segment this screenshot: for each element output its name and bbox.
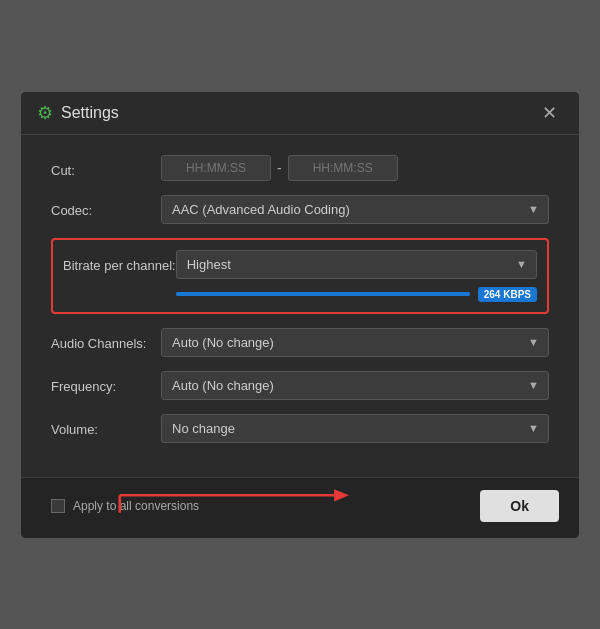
bitrate-label: Bitrate per channel: <box>63 250 176 275</box>
bitrate-dropdown-wrapper: Highest ▼ <box>176 250 537 279</box>
bitrate-slider-fill <box>176 292 470 296</box>
volume-dropdown-wrapper: No change ▼ <box>161 414 549 443</box>
bitrate-slider-row: 264 KBPS <box>176 287 537 302</box>
cut-inputs: - <box>161 155 549 181</box>
footer: Apply to all conversions Ok <box>21 477 579 538</box>
bitrate-control-area: Highest ▼ 264 KBPS <box>176 250 537 302</box>
frequency-label: Frequency: <box>51 371 161 396</box>
codec-control-area: AAC (Advanced Audio Coding) ▼ <box>161 195 549 224</box>
settings-dialog: ⚙ Settings ✕ Cut: - Codec: AAC (A <box>20 91 580 539</box>
volume-control-area: No change ▼ <box>161 414 549 443</box>
codec-select[interactable]: AAC (Advanced Audio Coding) <box>161 195 549 224</box>
frequency-row: Frequency: Auto (No change) ▼ <box>51 371 549 400</box>
audio-channels-label: Audio Channels: <box>51 328 161 353</box>
cut-control-area: - <box>161 155 549 181</box>
apply-checkbox[interactable] <box>51 499 65 513</box>
apply-label: Apply to all conversions <box>73 499 199 513</box>
codec-label: Codec: <box>51 195 161 220</box>
title-left: ⚙ Settings <box>37 102 119 124</box>
codec-dropdown-wrapper: AAC (Advanced Audio Coding) ▼ <box>161 195 549 224</box>
volume-row: Volume: No change ▼ <box>51 414 549 443</box>
audio-channels-control-area: Auto (No change) ▼ <box>161 328 549 357</box>
kbps-badge: 264 KBPS <box>478 287 537 302</box>
bitrate-inner: Bitrate per channel: Highest ▼ 264 KBPS <box>63 250 537 302</box>
gear-icon: ⚙ <box>37 102 53 124</box>
audio-channels-dropdown-wrapper: Auto (No change) ▼ <box>161 328 549 357</box>
cut-label: Cut: <box>51 155 161 180</box>
volume-select[interactable]: No change <box>161 414 549 443</box>
volume-label: Volume: <box>51 414 161 439</box>
cut-start-input[interactable] <box>161 155 271 181</box>
bitrate-select[interactable]: Highest <box>176 250 537 279</box>
frequency-control-area: Auto (No change) ▼ <box>161 371 549 400</box>
title-bar: ⚙ Settings ✕ <box>21 92 579 135</box>
dialog-title: Settings <box>61 104 119 122</box>
bitrate-section: Bitrate per channel: Highest ▼ 264 KBPS <box>51 238 549 314</box>
close-button[interactable]: ✕ <box>536 102 563 124</box>
form-content: Cut: - Codec: AAC (Advanced Audio Coding… <box>21 135 579 477</box>
frequency-dropdown-wrapper: Auto (No change) ▼ <box>161 371 549 400</box>
codec-row: Codec: AAC (Advanced Audio Coding) ▼ <box>51 195 549 224</box>
apply-checkbox-area: Apply to all conversions <box>51 499 199 513</box>
frequency-select[interactable]: Auto (No change) <box>161 371 549 400</box>
svg-marker-2 <box>334 489 349 501</box>
cut-row: Cut: - <box>51 155 549 181</box>
cut-separator: - <box>277 160 282 176</box>
cut-end-input[interactable] <box>288 155 398 181</box>
ok-button[interactable]: Ok <box>480 490 559 522</box>
bitrate-slider-track[interactable] <box>176 292 470 296</box>
audio-channels-select[interactable]: Auto (No change) <box>161 328 549 357</box>
audio-channels-row: Audio Channels: Auto (No change) ▼ <box>51 328 549 357</box>
